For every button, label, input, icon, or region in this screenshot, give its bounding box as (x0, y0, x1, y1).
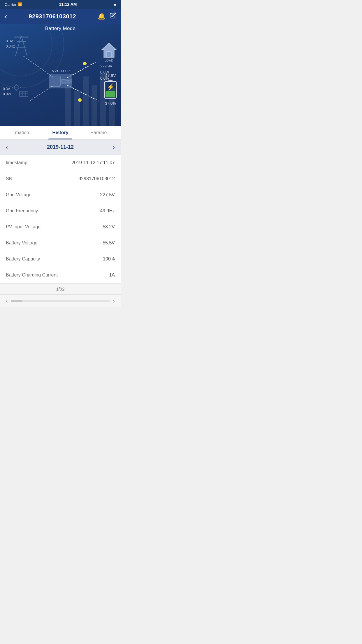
battery-percent-display: 37.0% (103, 101, 118, 106)
row-label: Battery Charging Current (6, 272, 58, 278)
row-value: 100% (103, 256, 115, 262)
battery-area: 47.9V ⚡ 37.0% (103, 73, 118, 106)
table-row: Battery Voltage 55.5V (0, 235, 121, 251)
battery-icon: ⚡ (103, 79, 118, 99)
pagination-total: 92 (60, 286, 65, 291)
row-value: 55.5V (103, 240, 115, 246)
tabs-bar: ...mation History Parame... (0, 126, 121, 140)
svg-rect-26 (107, 52, 111, 57)
wifi-icon: 📶 (18, 2, 22, 6)
table-row: Battery Charging Current 1A (0, 267, 121, 283)
solar-voltage-display: 0.3V (3, 86, 11, 92)
bottom-nav: ‹ › (0, 294, 121, 307)
tab-information[interactable]: ...mation (0, 126, 40, 139)
edit-icon[interactable] (110, 12, 116, 20)
scroll-prev-button[interactable]: ‹ (6, 298, 8, 304)
status-time: 11:12 AM (59, 2, 77, 7)
device-id-title: 92931706103012 (29, 13, 76, 20)
table-row: timestamp 2019-11-12 17:11:07 (0, 155, 121, 171)
solar-icon (12, 84, 28, 97)
date-prev-button[interactable]: ‹ (6, 144, 8, 150)
date-label: 2019-11-12 (47, 144, 74, 150)
row-label: Battery Voltage (6, 240, 38, 246)
scroll-thumb (11, 300, 22, 302)
grid-values: 0.0V 0.0Hz (6, 38, 15, 49)
date-next-button[interactable]: › (113, 144, 115, 150)
tower-icon (14, 36, 29, 56)
grid-voltage-display: 0.0V (6, 38, 15, 44)
svg-rect-17 (20, 91, 28, 97)
pagination-current: 1 (56, 286, 58, 291)
scroll-next-button[interactable]: › (113, 298, 115, 304)
top-nav: ‹ 92931706103012 🔔 (0, 9, 121, 24)
row-label: timestamp (6, 160, 27, 165)
date-nav: ‹ 2019-11-12 › (0, 140, 121, 155)
svg-rect-2 (83, 76, 89, 126)
row-value: 58.2V (103, 224, 115, 230)
data-table: timestamp 2019-11-12 17:11:07 SN 9293170… (0, 155, 121, 283)
nav-icons: 🔔 (98, 12, 116, 20)
inverter-svg (61, 76, 72, 86)
row-label: PV Input Voltage (6, 224, 41, 230)
inverter-device-icon (49, 74, 72, 88)
svg-point-12 (14, 85, 19, 90)
svg-rect-0 (65, 82, 71, 126)
row-value: 227.5V (100, 192, 115, 197)
svg-rect-22 (61, 79, 65, 82)
svg-rect-1 (74, 91, 80, 126)
tab-parameters[interactable]: Parame... (80, 126, 121, 139)
flow-dot-load (83, 62, 87, 65)
hero-diagram: Battery Mode 0.0V 0.0Hz 0.3V 0.0W (0, 24, 121, 126)
inverter-area: INVERTER (49, 69, 72, 88)
svg-rect-3 (92, 85, 97, 126)
inverter-label: INVERTER (49, 69, 72, 73)
tab-history[interactable]: History (40, 126, 80, 139)
table-row: Grid Frequency 49.9Hz (0, 203, 121, 219)
row-label: Grid Voltage (6, 192, 31, 197)
scroll-bar[interactable] (11, 300, 110, 302)
flow-dot-battery (78, 98, 82, 102)
status-bar: Carrier 📶 11:12 AM ■ (0, 0, 121, 9)
row-value: 1A (109, 272, 115, 278)
grid-area: 0.0V 0.0Hz (6, 38, 15, 49)
table-row: Battery Capacity 100% (0, 251, 121, 267)
solar-values: 0.3V 0.0W (3, 86, 11, 97)
bell-icon[interactable]: 🔔 (98, 13, 106, 20)
svg-rect-29 (106, 91, 115, 97)
table-row: PV Input Voltage 58.2V (0, 219, 121, 235)
back-button[interactable]: ‹ (5, 12, 7, 21)
row-value: 2019-11-12 17:11:07 (71, 160, 115, 165)
battery-voltage-display: 47.9V (103, 73, 118, 78)
solar-area: 0.3V 0.0W (3, 86, 11, 97)
row-label: Grid Frequency (6, 208, 38, 214)
battery-icon: ■ (114, 2, 116, 7)
row-label: SN (6, 176, 12, 181)
solar-watts-display: 0.0W (3, 92, 11, 97)
svg-text:⚡: ⚡ (107, 83, 115, 91)
load-voltage-display: 229.9V (100, 63, 118, 69)
row-value: 92931706103012 (78, 176, 115, 181)
row-label: Battery Capacity (6, 256, 40, 262)
carrier-text: Carrier 📶 (5, 2, 22, 7)
grid-frequency-display: 0.0Hz (6, 44, 15, 49)
house-icon (100, 41, 118, 59)
pagination-bar: 1/92 (0, 283, 121, 294)
row-value: 49.9Hz (100, 208, 115, 214)
svg-point-24 (70, 80, 71, 82)
table-row: Grid Voltage 227.5V (0, 187, 121, 203)
table-row: SN 92931706103012 (0, 171, 121, 187)
load-label: LOAD (100, 59, 118, 62)
